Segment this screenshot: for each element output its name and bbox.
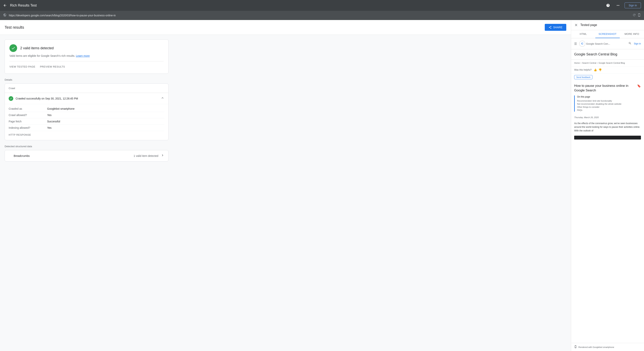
mock-feedback-container: Send feedback: [571, 74, 644, 81]
crawl-allowed-value: Yes: [47, 114, 164, 117]
indexing-allowed-row: Indexing allowed? Yes: [9, 125, 164, 131]
back-button[interactable]: [3, 4, 7, 7]
url-actions: [632, 13, 641, 18]
crawled-as-value: Googlebot smartphone: [47, 107, 164, 110]
mock-date: Thursday, March 26, 2020: [571, 115, 644, 120]
mobile-icon[interactable]: [638, 13, 641, 18]
mock-helpful-icons: 👍 👎: [594, 68, 602, 71]
top-nav: Rich Results Test Sign in: [0, 0, 644, 11]
breadcrumb-row: Breadcrumbs 1 valid item detected: [5, 150, 168, 161]
mock-breadcrumb: Home › Search Central › Google Search Ce…: [571, 60, 644, 66]
valid-title: 2 valid items detected: [20, 46, 54, 50]
mock-hamburger-icon: ☰: [574, 42, 577, 46]
mock-search-icon: [628, 42, 632, 46]
breadcrumb-card: Breadcrumbs 1 valid item detected: [4, 150, 168, 161]
crawled-as-label: Crawled as: [9, 107, 47, 110]
mock-body-text: As the effects of the coronavirus grow, …: [571, 120, 644, 134]
apps-button[interactable]: [614, 2, 622, 9]
help-button[interactable]: [604, 2, 612, 9]
mock-highlight-bar: [574, 136, 641, 140]
breadcrumb-title: Breadcrumbs: [14, 154, 132, 157]
mock-bc-sep2: ›: [597, 62, 598, 64]
page-fetch-label: Page fetch: [9, 120, 47, 123]
mock-bc2: Search Central: [582, 62, 596, 64]
url-text: https://developers.google.com/search/blo…: [9, 14, 630, 17]
share-button[interactable]: SHARE: [545, 24, 566, 31]
details-label: Details: [4, 78, 168, 81]
crawl-allowed-label: Crawl allowed?: [9, 114, 47, 117]
mock-bc3: Google Search Central Blog: [598, 62, 625, 64]
mock-logo-circle: G: [579, 41, 585, 47]
mock-bc-sep1: ›: [580, 62, 581, 64]
crawl-allowed-row: Crawl allowed? Yes: [9, 112, 164, 118]
page-fetch-row: Page fetch Successful: [9, 118, 164, 125]
mock-thumbup-icon[interactable]: 👍: [594, 68, 597, 71]
view-tested-page-button[interactable]: VIEW TESTED PAGE: [10, 65, 36, 69]
right-panel-header: Tested page: [571, 20, 644, 30]
crawl-details: Crawled as Googlebot smartphone Crawl al…: [5, 104, 168, 140]
tab-html[interactable]: HTML: [571, 30, 595, 38]
valid-items-card: 2 valid items detected Valid items are e…: [4, 40, 168, 74]
crawl-success-row: Crawled successfully on Sep 30, 2021, 12…: [5, 93, 168, 104]
mock-blog-title: Google Search Central Blog: [571, 49, 644, 60]
mock-google-logo: G Google Search Cen...: [579, 41, 610, 47]
indexing-allowed-value: Yes: [47, 126, 164, 129]
mock-article-title: How to pause your business online in Goo…: [571, 81, 644, 96]
mock-footer: Rendered with Googlebot smartphone: [571, 343, 644, 351]
mock-sign-in-text: Sign in: [634, 42, 641, 45]
http-response-button[interactable]: HTTP RESPONSE: [9, 131, 31, 137]
valid-subtitle: Valid items are eligible for Google Sear…: [10, 54, 164, 57]
mock-toc-item-4: FAQs: [577, 109, 641, 112]
mock-toc-item-1: Recommended: limit site functionality: [577, 99, 641, 102]
learn-more-link[interactable]: Learn more: [76, 54, 90, 57]
mock-phone-icon: [574, 345, 577, 349]
mock-footer-text: Rendered with Googlebot smartphone: [578, 346, 614, 348]
mock-toc-item-2: Not recommended: disabling the whole web…: [577, 102, 641, 106]
url-bar: https://developers.google.com/search/blo…: [0, 11, 644, 20]
check-circle-icon: [10, 44, 17, 52]
app-title: Rich Results Test: [10, 4, 602, 8]
crawl-card: Crawl Crawled successfully on Sep 30, 20…: [4, 84, 168, 140]
screenshot-content: ☰ G Google Search Cen... Sign in Google …: [571, 38, 644, 343]
preview-results-button[interactable]: PREVIEW RESULTS: [40, 65, 65, 69]
crawl-section-label: Crawl: [5, 84, 168, 93]
mock-feedback-button[interactable]: Send feedback: [574, 75, 592, 79]
tab-screenshot[interactable]: SCREENSHOT: [595, 30, 620, 38]
tab-more-info[interactable]: MORE INFO: [620, 30, 644, 38]
mock-toc-item-3: Other things to consider: [577, 106, 641, 109]
mock-thumbdown-icon[interactable]: 👎: [598, 68, 602, 71]
indexing-allowed-label: Indexing allowed?: [9, 126, 47, 129]
panel-tabs: HTML SCREENSHOT MORE INFO: [571, 30, 644, 38]
close-panel-button[interactable]: [574, 23, 578, 27]
main-container: Test results SHARE 2 valid items detecte…: [0, 20, 644, 351]
refresh-icon[interactable]: [632, 13, 636, 18]
mock-toc-title: On this page: [577, 96, 641, 98]
mock-logo-text: Google Search Cen...: [586, 42, 610, 45]
results-header: Test results SHARE: [0, 20, 571, 35]
globe-icon: [3, 13, 6, 18]
collapse-icon[interactable]: [160, 96, 164, 101]
results-title: Test results: [4, 25, 24, 30]
page-fetch-value: Successful: [47, 120, 164, 123]
mock-bookmark-icon: 🔖: [637, 84, 641, 88]
structured-data-label: Detected structured data: [4, 145, 168, 148]
breadcrumb-expand-icon[interactable]: [160, 153, 164, 158]
mock-helpful-section: Was this helpful? 👍 👎: [571, 66, 644, 74]
content-area: 2 valid items detected Valid items are e…: [0, 35, 173, 166]
crawl-success-text: Crawled successfully on Sep 30, 2021, 12…: [16, 97, 158, 100]
crawled-as-row: Crawled as Googlebot smartphone: [9, 106, 164, 112]
card-actions: VIEW TESTED PAGE PREVIEW RESULTS: [10, 61, 164, 69]
mock-bc1: Home: [574, 62, 580, 64]
valid-header: 2 valid items detected: [10, 44, 164, 52]
breadcrumb-count: 1 valid item detected: [134, 154, 158, 157]
mock-top-bar: ☰ G Google Search Cen... Sign in: [571, 38, 644, 49]
right-panel: Tested page HTML SCREENSHOT MORE INFO ☰ …: [571, 20, 644, 351]
left-panel: Test results SHARE 2 valid items detecte…: [0, 20, 571, 351]
crawl-check-icon: [9, 96, 13, 101]
share-label: SHARE: [553, 26, 562, 29]
screenshot-mock: ☰ G Google Search Cen... Sign in Google …: [571, 38, 644, 140]
mock-toc: On this page Recommended: limit site fun…: [574, 96, 641, 112]
mock-helpful-text: Was this helpful?: [574, 69, 592, 71]
sign-in-button[interactable]: Sign in: [624, 3, 641, 8]
breadcrumb-check-icon: [9, 154, 11, 157]
